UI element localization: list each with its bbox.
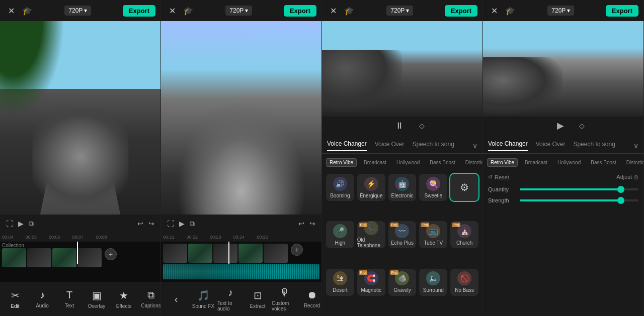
- effect-sweetie[interactable]: 🍭 Sweetie: [419, 174, 447, 201]
- customvoices-icon: 🎙: [280, 287, 290, 298]
- export-button-4[interactable]: Export: [606, 5, 638, 17]
- subtab-bassboost-3[interactable]: Bass Boost: [427, 159, 458, 166]
- tool-customvoices[interactable]: 🎙 Custom voices: [272, 284, 298, 314]
- tool-label: Captions: [141, 303, 160, 308]
- close-icon-3[interactable]: ✕: [327, 5, 339, 17]
- play-icon-2[interactable]: ▶: [179, 220, 185, 228]
- subtab-broadcast-3[interactable]: Broadcast: [361, 159, 389, 166]
- undo-icon-2[interactable]: ↩: [298, 220, 304, 228]
- clip-thumb[interactable]: [52, 248, 76, 267]
- effect-booming[interactable]: 🔊 Booming: [326, 174, 354, 201]
- quantity-thumb[interactable]: [617, 186, 624, 193]
- diamond-icon-3[interactable]: ◇: [419, 122, 425, 130]
- clip-thumb[interactable]: [163, 244, 187, 263]
- subtab-broadcast-4[interactable]: Broadcast: [522, 159, 550, 166]
- tab-voice-over-4[interactable]: Voice Over: [536, 141, 566, 151]
- effect-no-bass[interactable]: 🚫 No Bass: [450, 269, 478, 296]
- tool-audio[interactable]: ♪ Audio: [29, 284, 55, 314]
- effect-electronic[interactable]: 🤖 Electronic: [388, 174, 417, 201]
- export-button-3[interactable]: Export: [445, 5, 477, 17]
- tab-voice-changer-4[interactable]: Voice Changer: [488, 140, 528, 151]
- tool-soundfx[interactable]: 🎵 Sound FX: [190, 284, 216, 314]
- graduation-icon[interactable]: 🎓: [21, 5, 33, 17]
- effect-echo-plus[interactable]: Pro 〰 Echo Plus: [388, 221, 417, 248]
- add-clip-button-2[interactable]: +: [291, 244, 303, 256]
- play-icon-4[interactable]: ▶: [557, 120, 564, 131]
- subtab-retrovibe-4[interactable]: Retro Vibe: [487, 158, 518, 167]
- tool-overlay[interactable]: ▣ Overlay: [84, 284, 110, 314]
- export-button-1[interactable]: Export: [123, 5, 155, 17]
- play-icon-1[interactable]: ▶: [18, 220, 24, 228]
- tool-text[interactable]: T Text: [56, 284, 83, 314]
- tool-record[interactable]: ⏺ Record: [299, 284, 321, 314]
- expand-icon-2[interactable]: ⛶: [167, 220, 174, 228]
- tool-edit[interactable]: ✂ Edit: [2, 284, 28, 314]
- clip-thumb[interactable]: [188, 244, 212, 263]
- resolution-button-1[interactable]: 720P ▾: [64, 6, 91, 16]
- tool-captions[interactable]: ⧉ Captions: [138, 284, 160, 314]
- close-icon-2[interactable]: ✕: [166, 5, 178, 17]
- reset-button[interactable]: ↺ Reset: [488, 174, 509, 180]
- undo-icon-1[interactable]: ↩: [137, 220, 143, 228]
- tab-voice-changer-3[interactable]: Voice Changer: [327, 140, 367, 151]
- effect-settings[interactable]: ⚙: [450, 174, 478, 201]
- effect-energique[interactable]: ⚡ Énergique: [357, 174, 385, 201]
- strength-track[interactable]: [520, 199, 638, 201]
- clip-thumb[interactable]: [238, 244, 263, 263]
- effect-surround[interactable]: 🔈 Surround: [419, 269, 447, 296]
- subtab-distortion-4[interactable]: Distortion: [623, 159, 643, 166]
- tab-arrow-4[interactable]: ∨: [633, 142, 638, 150]
- subtab-hollywood-4[interactable]: Hollywood: [554, 159, 584, 166]
- tool-textaudio[interactable]: ♪ Text to audio: [217, 284, 244, 314]
- effect-gravely[interactable]: Pro 🪨 Gravely: [388, 269, 417, 296]
- diamond-icon-4[interactable]: ◇: [579, 122, 585, 130]
- tab-speech-to-song-4[interactable]: Speech to song: [573, 141, 615, 151]
- effect-desert[interactable]: 🏜 Desert: [326, 269, 354, 296]
- resolution-button-2[interactable]: 720P ▾: [225, 6, 252, 16]
- effect-church[interactable]: Pro ⛪ Church: [450, 221, 478, 248]
- tab-arrow-3[interactable]: ∨: [472, 142, 477, 150]
- tab-voice-over-3[interactable]: Voice Over: [375, 141, 405, 151]
- clip-thumb[interactable]: [27, 248, 51, 267]
- close-icon[interactable]: ✕: [5, 5, 17, 17]
- add-clip-button-1[interactable]: +: [105, 248, 117, 260]
- clip-thumb[interactable]: [2, 248, 26, 267]
- clip-thumb-inner: [238, 244, 263, 263]
- pro-badge: Pro: [359, 270, 367, 275]
- strength-thumb[interactable]: [617, 197, 624, 204]
- tool-effects[interactable]: ★ Effects: [111, 284, 137, 314]
- adjust-button[interactable]: Adjust ◎: [616, 174, 638, 180]
- pro-badge: Pro: [390, 270, 398, 275]
- effect-magnetic[interactable]: Pro 🧲 Magnetic: [357, 269, 385, 296]
- subtab-retrovibe-3[interactable]: Retro Vibe: [326, 158, 357, 167]
- multicam-icon-1[interactable]: ⧉: [29, 220, 34, 228]
- redo-icon-1[interactable]: ↪: [148, 220, 154, 228]
- resolution-button-3[interactable]: 720P ▾: [386, 6, 413, 16]
- tool-extract[interactable]: ⊡ Extract: [245, 284, 271, 314]
- export-button-2[interactable]: Export: [284, 5, 316, 17]
- subtab-distortion-3[interactable]: Distortion: [462, 159, 482, 166]
- controls-right-3: ◇: [419, 122, 425, 130]
- tool-back[interactable]: ‹: [163, 284, 189, 314]
- multicam-icon-2[interactable]: ⧉: [190, 220, 195, 228]
- tab-speech-to-song-3[interactable]: Speech to song: [412, 141, 454, 151]
- subtab-bassboost-4[interactable]: Bass Boost: [588, 159, 619, 166]
- top-bar-1: ✕ 🎓 720P ▾ Export: [0, 0, 160, 21]
- high-icon: 🎤: [333, 224, 347, 238]
- effect-tube-tv[interactable]: Pro 📺 Tube TV: [419, 221, 447, 248]
- graduation-icon-3[interactable]: 🎓: [343, 5, 355, 17]
- expand-icon-1[interactable]: ⛶: [6, 220, 13, 228]
- redo-icon-2[interactable]: ↪: [309, 220, 315, 228]
- graduation-icon-2[interactable]: 🎓: [182, 5, 194, 17]
- resolution-button-4[interactable]: 720P ▾: [547, 6, 574, 16]
- clip-thumb[interactable]: [264, 244, 288, 263]
- clip-thumb[interactable]: [213, 244, 237, 263]
- effect-high[interactable]: 🎤 High: [326, 221, 354, 248]
- pause-icon-3[interactable]: ⏸: [395, 121, 404, 131]
- graduation-icon-4[interactable]: 🎓: [504, 5, 516, 17]
- clip-thumb[interactable]: [77, 248, 102, 267]
- effect-old-telephone[interactable]: Pro 📞 Old Telephone: [357, 221, 385, 248]
- subtab-hollywood-3[interactable]: Hollywood: [393, 159, 423, 166]
- quantity-track[interactable]: [520, 188, 638, 190]
- close-icon-4[interactable]: ✕: [488, 5, 500, 17]
